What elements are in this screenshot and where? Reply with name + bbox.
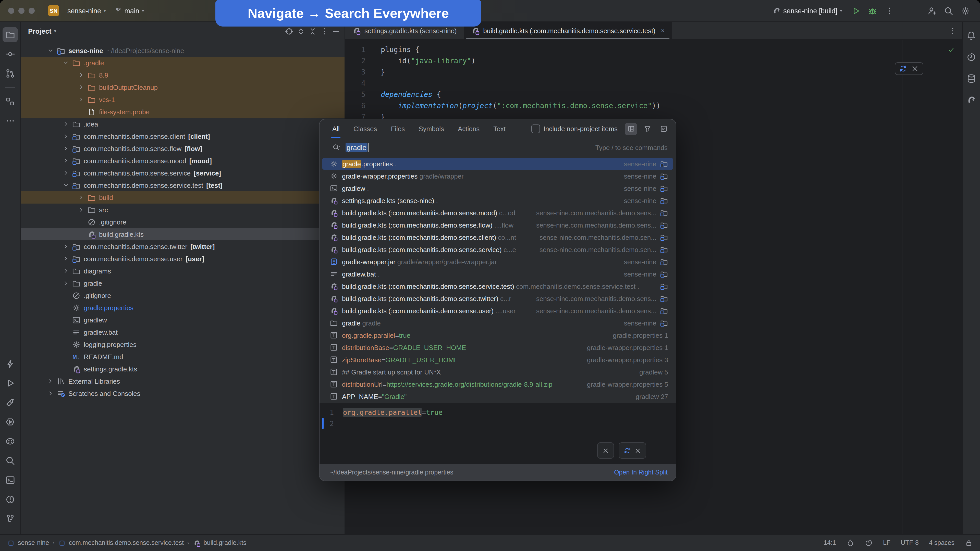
tree-item[interactable]: vcs-1 — [21, 94, 345, 106]
search-result-row[interactable]: gradle gradlesense-nine — [322, 317, 673, 329]
inspections-ok-icon[interactable] — [947, 46, 955, 54]
tree-item[interactable]: com.mechanitis.demo.sense.user[user] — [21, 252, 345, 265]
search-field[interactable]: gradle Type / to see commands — [320, 138, 676, 157]
project-tool-window-button[interactable] — [3, 27, 18, 42]
run-tool-window-button[interactable] — [3, 375, 18, 391]
breadcrumb-item[interactable]: sense-nine — [7, 539, 49, 547]
close-tab-icon[interactable]: × — [661, 27, 665, 34]
search-result-row[interactable]: build.gradle.kts (:com.mechanitis.demo.s… — [322, 243, 673, 256]
database-tool-window-button[interactable] — [964, 71, 979, 86]
search-tab-all[interactable]: All — [332, 119, 340, 138]
file-writable-status[interactable] — [965, 539, 973, 547]
breadcrumb-item[interactable]: com.mechanitis.demo.sense.service.test — [58, 539, 184, 547]
editor-tab[interactable]: build.gradle.kts (:com.mechanitis.demo.s… — [464, 22, 672, 39]
tree-item[interactable]: build.gradle.kts — [21, 228, 345, 240]
build-tool-window-button[interactable] — [3, 395, 18, 410]
search-result-row[interactable]: distributionBase=GRADLE_USER_HOMEgradle-… — [322, 341, 673, 354]
debug-button[interactable] — [865, 3, 880, 18]
run-configuration-selector[interactable]: sense-nine [build] ▾ — [768, 4, 846, 17]
search-result-row[interactable]: build.gradle.kts (:com.mechanitis.demo.s… — [322, 305, 673, 317]
include-non-project-items[interactable]: Include non-project items — [531, 124, 618, 133]
ai-assistant-status[interactable] — [865, 539, 873, 547]
search-result-row[interactable]: build.gradle.kts (:com.mechanitis.demo.s… — [322, 280, 673, 292]
tree-item[interactable]: gradlew.bat — [21, 326, 345, 338]
tree-item[interactable]: Scratches and Consoles — [21, 387, 345, 400]
ai-assistant-button[interactable] — [964, 49, 979, 65]
tree-item[interactable]: src — [21, 203, 345, 216]
tree-item[interactable]: com.mechanitis.demo.sense.service[servic… — [21, 167, 345, 179]
search-result-row[interactable]: gradlew.bat .sense-nine — [322, 268, 673, 280]
search-tab-classes[interactable]: Classes — [353, 119, 377, 138]
tree-item[interactable]: External Libraries — [21, 375, 345, 387]
code-with-me-button[interactable] — [924, 3, 939, 18]
more-tool-windows-button[interactable] — [3, 113, 18, 129]
run-button[interactable] — [848, 3, 863, 18]
problems-tool-window-button[interactable] — [3, 492, 18, 507]
preview-pane[interactable]: 12 org.gradle.parallel=true — [320, 403, 676, 464]
tree-item[interactable]: 8.9 — [21, 69, 345, 81]
hide-panel-icon[interactable] — [332, 27, 340, 35]
gradle-daemon-status[interactable] — [846, 539, 854, 547]
tree-item[interactable]: logging.properties — [21, 338, 345, 351]
open-in-right-split-button[interactable]: Open In Right Split — [614, 468, 668, 476]
services-tool-window-button[interactable] — [3, 414, 18, 430]
tree-item[interactable]: com.mechanitis.demo.sense.mood[mood] — [21, 155, 345, 167]
gradle-tool-window-button[interactable] — [964, 92, 979, 108]
notifications-button[interactable] — [964, 28, 979, 43]
search-result-row[interactable]: zipStoreBase=GRADLE_USER_HOMEgradle-wrap… — [322, 354, 673, 366]
search-icon[interactable] — [332, 143, 341, 152]
branch-switcher[interactable]: main ▾ — [110, 5, 148, 17]
tree-item[interactable]: .gradle — [21, 57, 345, 69]
tab-options-icon[interactable] — [948, 26, 957, 35]
file-encoding[interactable]: UTF-8 — [900, 539, 919, 546]
tree-item[interactable]: settings.gradle.kts — [21, 363, 345, 375]
meet-tool-window-button[interactable] — [3, 433, 18, 449]
filter-button[interactable] — [641, 123, 653, 135]
search-result-row[interactable]: build.gradle.kts (:com.mechanitis.demo.s… — [322, 292, 673, 305]
tree-item[interactable]: gradle — [21, 277, 345, 289]
structure-tool-window-button[interactable] — [3, 94, 18, 109]
search-result-row[interactable]: gradle-wrapper.properties gradle/wrapper… — [322, 170, 673, 182]
caret-position[interactable]: 14:1 — [824, 539, 836, 546]
search-result-row[interactable]: build.gradle.kts (:com.mechanitis.demo.s… — [322, 219, 673, 231]
locate-file-icon[interactable] — [285, 27, 293, 35]
tree-item[interactable]: com.mechanitis.demo.sense.twitter[twitte… — [21, 240, 345, 252]
open-in-find-window-button[interactable] — [657, 123, 670, 135]
gradle-sync-widget[interactable] — [895, 62, 923, 75]
window-controls[interactable] — [8, 8, 35, 14]
tree-item[interactable]: build — [21, 191, 345, 203]
search-tab-symbols[interactable]: Symbols — [418, 119, 444, 138]
tree-item[interactable]: buildOutputCleanup — [21, 81, 345, 94]
project-switcher[interactable]: sense-nine ▾ — [63, 5, 110, 17]
search-everywhere-button[interactable] — [941, 3, 956, 18]
gradle-sync-icon[interactable] — [899, 64, 907, 73]
tree-item[interactable]: .gitignore — [21, 289, 345, 302]
search-result-row[interactable]: gradlew .sense-nine — [322, 182, 673, 194]
gradle-reload-widget[interactable] — [619, 442, 646, 459]
search-result-row[interactable]: distributionUrl=https\://services.gradle… — [322, 378, 673, 390]
search-result-row[interactable]: ## Gradle start up script for UN*Xgradle… — [322, 366, 673, 378]
checkbox[interactable] — [531, 124, 540, 133]
search-tab-text[interactable]: Text — [493, 119, 506, 138]
more-options-icon[interactable] — [320, 27, 329, 35]
search-result-row[interactable]: build.gradle.kts (:com.mechanitis.demo.s… — [322, 206, 673, 219]
tree-item[interactable]: diagrams — [21, 265, 345, 277]
line-separator[interactable]: LF — [883, 539, 891, 546]
tree-item[interactable]: .gitignore — [21, 216, 345, 228]
tree-item[interactable]: gradle.properties — [21, 302, 345, 314]
tree-item[interactable]: gradlew — [21, 314, 345, 326]
close-icon[interactable] — [911, 64, 919, 73]
commit-tool-window-button[interactable] — [3, 46, 18, 62]
tree-item[interactable]: sense-nine~/IdeaProjects/sense-nine — [21, 44, 345, 57]
find-tool-window-button[interactable] — [3, 453, 18, 468]
project-panel-title[interactable]: Project — [28, 27, 52, 35]
search-tab-actions[interactable]: Actions — [458, 119, 479, 138]
tree-item[interactable]: com.mechanitis.demo.sense.flow[flow] — [21, 142, 345, 155]
tree-item[interactable]: file-system.probe — [21, 106, 345, 118]
search-result-row[interactable]: gradle.properties .sense-nine — [322, 158, 673, 170]
chevron-down-icon[interactable]: ▾ — [54, 29, 56, 34]
breadcrumb-item[interactable]: build.gradle.kts — [192, 539, 246, 547]
search-result-row[interactable]: gradle-wrapper.jar gradle/wrapper/gradle… — [322, 256, 673, 268]
search-result-row[interactable]: settings.gradle.kts (sense-nine) .sense-… — [322, 194, 673, 206]
search-result-row[interactable]: APP_NAME="Gradle"gradlew 27 — [322, 390, 673, 403]
